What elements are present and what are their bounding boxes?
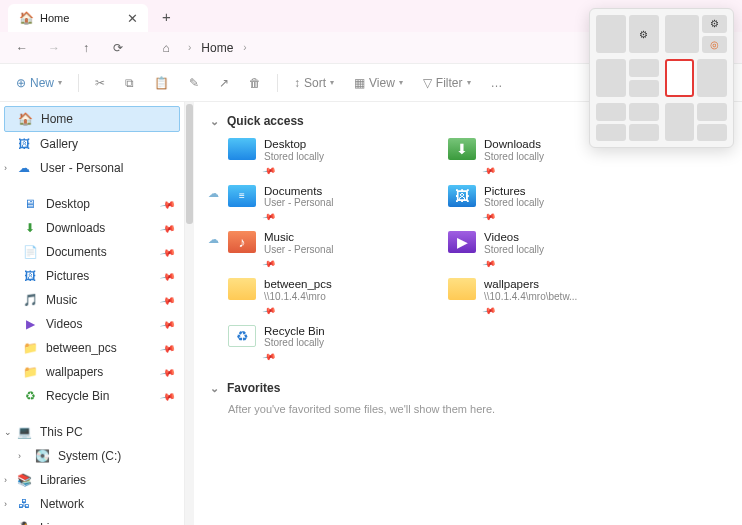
chevron-right-icon[interactable]: › [4,499,7,509]
snap-zone[interactable] [665,15,700,53]
refresh-button[interactable]: ⟳ [104,36,132,60]
pictures-folder-icon: 🖼 [448,185,476,207]
sidebar-item-between-pcs[interactable]: 📁between_pcs📌 [0,336,184,360]
snap-zone[interactable] [596,124,626,142]
snap-zone[interactable] [596,15,626,53]
snap-zone[interactable] [697,103,727,121]
sidebar-item-network[interactable]: ›🖧Network [0,492,184,516]
new-tab-button[interactable]: + [156,6,177,27]
snap-layout-left-stacked[interactable] [596,59,659,97]
chevron-down-icon[interactable]: ⌄ [210,382,219,395]
browser-tab[interactable]: 🏠 Home ✕ [8,4,148,32]
snap-layout-quad[interactable] [596,103,659,141]
snap-zone[interactable] [629,80,659,98]
sidebar-item-videos[interactable]: ▶Videos📌 [0,312,184,336]
snap-zone[interactable] [596,103,626,121]
sort-icon: ↕ [294,76,300,90]
snap-zone[interactable] [629,103,659,121]
chevron-right-icon[interactable]: › [4,163,7,173]
more-button[interactable]: … [483,72,511,94]
pin-icon: 📌 [160,340,176,356]
quick-access-desktop[interactable]: DesktopStored locally📌 [228,136,428,179]
sidebar-item-this-pc[interactable]: ⌄💻This PC [0,420,184,444]
sidebar-item-wallpapers[interactable]: 📁wallpapers📌 [0,360,184,384]
sidebar-item-user-personal[interactable]: › ☁ User - Personal [0,156,184,180]
quick-access-recycle-bin[interactable]: ♻ Recycle BinStored locally📌 [228,323,428,366]
navigation-sidebar: 🏠 Home 🖼 Gallery › ☁ User - Personal 🖥De… [0,102,185,525]
view-button[interactable]: ▦ View ▾ [346,72,411,94]
plus-circle-icon: ⊕ [16,76,26,90]
snap-layout-three[interactable] [665,103,728,141]
snap-zone-highlighted[interactable] [665,59,695,97]
quick-access-documents[interactable]: ☁ ≡ DocumentsUser - Personal📌 [228,183,428,226]
pin-icon: 📌 [482,210,497,225]
section-favorites[interactable]: ⌄ Favorites [210,381,726,395]
sidebar-item-libraries[interactable]: ›📚Libraries [0,468,184,492]
scrollbar-thumb[interactable] [186,104,193,224]
snap-zone[interactable] [697,59,727,97]
snap-zone[interactable]: ⚙ [702,15,727,33]
network-icon: 🖧 [16,496,32,512]
snap-zone[interactable]: ◎ [702,36,727,54]
pin-icon: 📌 [262,257,277,272]
sidebar-item-system-c[interactable]: ›💽System (C:) [0,444,184,468]
copy-button[interactable]: ⧉ [117,72,142,94]
chevron-right-icon[interactable]: › [4,475,7,485]
sidebar-scrollbar[interactable] [185,102,194,525]
quick-access-wallpapers[interactable]: wallpapers\\10.1.4.4\mro\betw...📌 [448,276,648,319]
chevron-down-icon: ▾ [58,78,62,87]
cloud-sync-icon: ☁ [208,187,219,200]
chevron-down-icon: ▾ [399,78,403,87]
quick-access-videos[interactable]: ▶ VideosStored locally📌 [448,229,648,272]
pin-icon: 📌 [160,364,176,380]
filter-button[interactable]: ▽ Filter ▾ [415,72,479,94]
breadcrumb-home[interactable]: Home [199,41,235,55]
chevron-right-icon[interactable]: › [18,451,21,461]
gear-icon: ⚙ [639,29,648,40]
linux-icon: 🐧 [16,520,32,525]
quick-access-pictures[interactable]: 🖼 PicturesStored locally📌 [448,183,648,226]
chevron-down-icon: ▾ [330,78,334,87]
favorites-empty-message: After you've favorited some files, we'll… [228,403,726,415]
sidebar-item-linux[interactable]: ›🐧Linux [0,516,184,525]
cut-button[interactable]: ✂ [87,72,113,94]
pin-icon: 📌 [160,268,176,284]
snap-layout-wide-narrow[interactable]: ⚙ ◎ [665,15,728,53]
snap-zone[interactable] [665,103,695,141]
rename-button[interactable]: ✎ [181,72,207,94]
close-tab-icon[interactable]: ✕ [127,11,138,26]
snap-layout-right-highlight[interactable] [665,59,728,97]
sidebar-item-documents[interactable]: 📄Documents📌 [0,240,184,264]
chevron-down-icon[interactable]: ⌄ [4,427,12,437]
pin-icon: 📌 [482,163,497,178]
sidebar-item-music[interactable]: 🎵Music📌 [0,288,184,312]
up-button[interactable]: ↑ [72,36,100,60]
sidebar-item-downloads[interactable]: ⬇Downloads📌 [0,216,184,240]
new-button[interactable]: ⊕ New ▾ [8,72,70,94]
video-icon: ▶ [22,316,38,332]
pin-icon: 📌 [262,303,277,318]
chevron-down-icon[interactable]: ⌄ [210,115,219,128]
chevron-right-icon: › [239,42,250,53]
sidebar-item-recycle-bin[interactable]: ♻Recycle Bin📌 [0,384,184,408]
back-button[interactable]: ← [8,36,36,60]
quick-access-between-pcs[interactable]: between_pcs\\10.1.4.4\mro📌 [228,276,428,319]
sidebar-item-home[interactable]: 🏠 Home [4,106,180,132]
quick-access-music[interactable]: ☁ ♪ MusicUser - Personal📌 [228,229,428,272]
snap-zone[interactable] [629,124,659,142]
snap-zone[interactable] [697,124,727,142]
pin-icon: 📌 [160,292,176,308]
snap-zone[interactable] [596,59,626,97]
snap-layout-two-column[interactable]: ⚙ [596,15,659,53]
sidebar-item-desktop[interactable]: 🖥Desktop📌 [0,192,184,216]
snap-zone[interactable]: ⚙ [629,15,659,53]
sidebar-item-pictures[interactable]: 🖼Pictures📌 [0,264,184,288]
delete-button[interactable]: 🗑 [241,72,269,94]
share-button[interactable]: ↗ [211,72,237,94]
snap-zone[interactable] [629,59,659,77]
paste-button[interactable]: 📋 [146,72,177,94]
home-crumb-icon[interactable]: ⌂ [152,36,180,60]
sidebar-item-gallery[interactable]: 🖼 Gallery [0,132,184,156]
sort-button[interactable]: ↕ Sort ▾ [286,72,342,94]
forward-button[interactable]: → [40,36,68,60]
